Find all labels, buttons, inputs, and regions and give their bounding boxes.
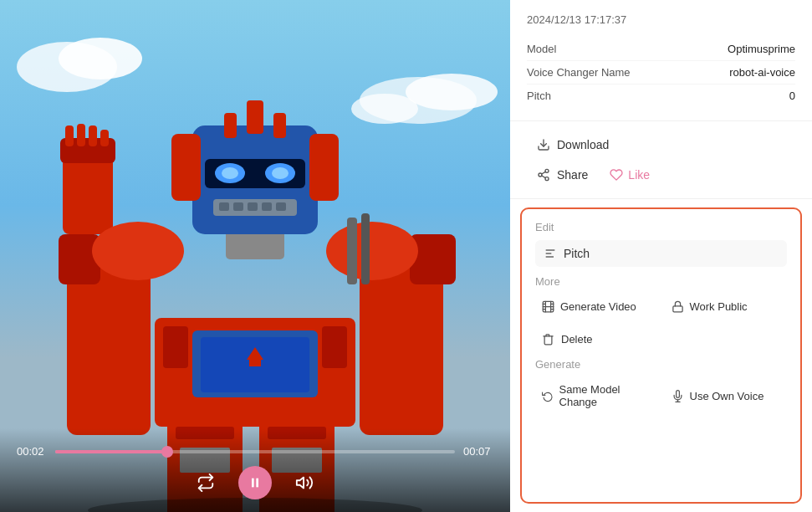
volume-icon: [295, 474, 314, 492]
svg-rect-17: [67, 268, 151, 435]
svg-rect-53: [256, 479, 258, 488]
svg-point-27: [92, 222, 184, 280]
share-button[interactable]: Share: [527, 161, 598, 188]
delete-icon: [542, 333, 554, 346]
pause-icon: [248, 476, 262, 489]
svg-rect-72: [672, 306, 682, 312]
repeat-button[interactable]: [193, 470, 218, 495]
share-icon: [537, 168, 550, 182]
svg-rect-49: [347, 218, 357, 284]
player-controls: 00:02 00:07: [0, 428, 510, 512]
progress-bar-container: 00:02 00:07: [17, 445, 493, 458]
generate-grid: Same Model Change Use Own Voice: [535, 377, 787, 414]
repeat-icon: [197, 474, 215, 492]
info-section: 2024/12/13 17:17:37 Model Optimusprime V…: [510, 0, 812, 121]
volume-button[interactable]: [292, 470, 317, 495]
svg-point-40: [272, 167, 289, 179]
svg-rect-26: [410, 234, 456, 284]
generate-video-label: Generate Video: [560, 300, 636, 313]
svg-rect-22: [77, 124, 85, 146]
pitch-info-value: 0: [789, 90, 795, 102]
actions-row: Share Like: [527, 161, 795, 188]
total-time: 00:07: [463, 445, 493, 458]
progress-fill: [55, 450, 167, 453]
right-panel: 2024/12/13 17:17:37 Model Optimusprime V…: [510, 0, 812, 512]
progress-track[interactable]: [55, 450, 455, 453]
more-grid: Generate Video Work Public: [535, 294, 787, 319]
svg-rect-25: [360, 268, 443, 435]
download-button[interactable]: Download: [527, 131, 619, 158]
svg-point-5: [351, 94, 418, 124]
svg-point-39: [222, 167, 238, 179]
pitch-info-row: Pitch 0: [527, 84, 795, 107]
model-row: Model Optimusprime: [527, 38, 795, 61]
actions-section: Download Share Like: [510, 121, 812, 199]
svg-rect-43: [233, 202, 243, 211]
like-button[interactable]: Like: [598, 161, 661, 188]
delete-label: Delete: [561, 333, 593, 346]
svg-rect-50: [361, 213, 370, 284]
download-icon: [537, 138, 550, 151]
work-public-label: Work Public: [690, 300, 748, 313]
more-section-title: More: [535, 275, 787, 288]
controls-row: [17, 466, 493, 499]
pitch-icon: [544, 247, 557, 260]
svg-line-60: [542, 172, 546, 174]
generate-section-title: Generate: [535, 358, 787, 371]
work-public-icon: [672, 300, 684, 313]
generate-video-button[interactable]: Generate Video: [535, 294, 658, 319]
edit-panel: Edit Pitch More: [520, 207, 802, 504]
svg-rect-42: [219, 202, 229, 211]
use-own-voice-button[interactable]: Use Own Voice: [665, 377, 788, 414]
svg-rect-47: [163, 326, 188, 368]
voice-changer-value: robot-ai-voice: [729, 66, 795, 79]
svg-rect-32: [309, 134, 339, 201]
svg-point-2: [59, 38, 142, 79]
svg-rect-46: [276, 202, 286, 211]
share-label: Share: [557, 168, 588, 182]
same-model-label: Same Model Change: [559, 383, 651, 408]
pitch-edit-item[interactable]: Pitch: [535, 240, 787, 267]
svg-rect-52: [252, 479, 254, 488]
video-panel: 00:02 00:07: [0, 0, 510, 512]
svg-rect-31: [171, 134, 201, 201]
download-label: Download: [557, 138, 609, 151]
svg-rect-44: [248, 202, 258, 211]
work-public-button[interactable]: Work Public: [665, 294, 788, 319]
generate-video-icon: [542, 300, 554, 313]
same-model-button[interactable]: Same Model Change: [535, 377, 658, 414]
svg-rect-34: [224, 113, 237, 138]
svg-rect-35: [273, 113, 286, 138]
model-label: Model: [527, 43, 556, 55]
svg-rect-21: [65, 125, 74, 146]
svg-point-4: [406, 74, 498, 110]
progress-thumb: [161, 446, 173, 458]
edit-section-title: Edit: [535, 221, 787, 233]
svg-point-28: [326, 222, 418, 280]
pitch-info-label: Pitch: [527, 90, 551, 102]
svg-rect-33: [247, 100, 263, 134]
svg-rect-24: [100, 130, 109, 146]
delete-button[interactable]: Delete: [535, 327, 600, 351]
svg-rect-23: [89, 125, 97, 146]
svg-rect-45: [262, 202, 272, 211]
timestamp: 2024/12/13 17:17:37: [527, 13, 795, 26]
svg-rect-16: [249, 360, 261, 366]
pitch-edit-label: Pitch: [564, 247, 590, 260]
like-label: Like: [628, 168, 650, 182]
info-table: Model Optimusprime Voice Changer Name ro…: [527, 38, 795, 107]
svg-rect-48: [322, 326, 347, 368]
svg-marker-54: [297, 478, 304, 489]
like-icon: [610, 168, 623, 182]
voice-changer-label: Voice Changer Name: [527, 66, 631, 79]
pause-button[interactable]: [238, 466, 272, 499]
svg-line-59: [542, 176, 546, 178]
current-time: 00:02: [17, 445, 47, 458]
microphone-icon: [672, 390, 684, 402]
voice-changer-row: Voice Changer Name robot-ai-voice: [527, 61, 795, 84]
model-value: Optimusprime: [728, 43, 795, 55]
use-own-voice-label: Use Own Voice: [690, 390, 764, 402]
same-model-icon: [542, 390, 554, 402]
